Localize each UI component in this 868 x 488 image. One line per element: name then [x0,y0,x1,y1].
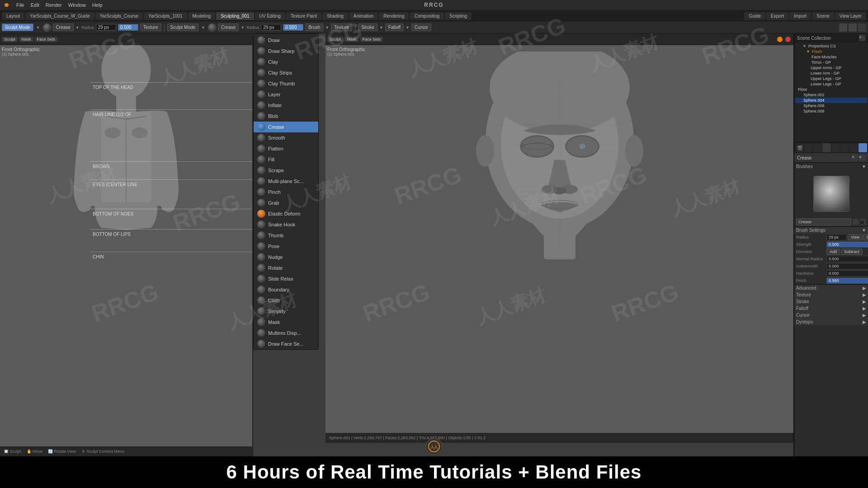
viewport-mode[interactable] [858,23,866,32]
props-render[interactable]: 🎬 [795,143,804,152]
tab-scripting[interactable]: Scripting [445,12,472,20]
tab-sculpting[interactable]: Sculpting_001 [216,12,254,20]
status-rotate[interactable]: 🔄 Rotate View [48,449,76,454]
menu-render[interactable]: Render [43,1,65,9]
brush-item-nudge[interactable]: Nudge [254,252,318,263]
brush-item-flatten[interactable]: Flatten [254,143,318,154]
falloff-btn[interactable]: Falloff [385,23,404,31]
brush-item-pinch[interactable]: Pinch [254,187,318,197]
status-move[interactable]: ✋ Move [27,449,43,454]
tab-view-layer[interactable]: View Layer [835,12,866,20]
texture-btn-right[interactable]: Texture [331,23,352,31]
brush-item-mask[interactable]: Mask [254,317,318,328]
brush-x-btn[interactable]: × [860,219,867,225]
radius-input-right[interactable] [261,24,281,31]
brush-item-draw-face-sets[interactable]: Draw Face Se... [254,338,318,349]
cursor-section[interactable]: Cursor ▶ [794,312,868,319]
direction-subtract-btn[interactable]: Subtract [841,249,863,255]
tab-animation[interactable]: Animation [349,12,378,20]
tab-yarsculpts-1001[interactable]: YarSculpts_1001 [144,12,187,20]
advanced-section[interactable]: Advanced ▶ [794,284,868,291]
brush-item-cloth[interactable]: Cloth [254,295,318,306]
strength-input-left[interactable] [118,24,138,31]
cursor-btn[interactable]: Cursor [411,23,431,31]
tree-sphere008-2[interactable]: Sphere.008 [795,108,867,114]
strength-value-input[interactable] [826,241,868,248]
texture-section[interactable]: Texture ▶ [794,291,868,298]
radius-input-left[interactable] [96,24,116,31]
tree-upper-arms[interactable]: Upper Arms - GP [795,65,867,70]
props-scene[interactable] [822,143,831,152]
pinch-input[interactable] [826,277,868,284]
dyntopo-section[interactable]: Dyntopo ▶ [794,319,868,325]
props-output[interactable] [804,143,813,152]
tree-flash[interactable]: ▼ Flash [795,49,867,54]
scene-add-btn[interactable]: + [859,35,865,41]
brush-item-multires[interactable]: Multires Disp... [254,328,318,338]
tab-texture-paint[interactable]: Texture Paint [286,12,321,20]
brush-item-grab[interactable]: Grab [254,197,318,208]
brush-btn-right[interactable]: Brush [305,23,323,31]
brush-dropdown-menu[interactable]: Draw Draw Sharp Clay Clay Strips Clay Th… [253,33,319,350]
sculpt-mode-right[interactable]: Sculpt Mode [167,23,199,31]
tree-sphere008-1[interactable]: Sphere.008 [795,103,867,108]
tree-upper-legs[interactable]: Upper Legs - GP [795,76,867,81]
brush-delete-btn[interactable]: × [859,155,865,161]
brush-settings-header[interactable]: Brush Settings ▼ [794,226,868,234]
brush-item-pose[interactable]: Pose [254,241,318,252]
radius-view-btn[interactable]: View [848,234,863,240]
menu-window[interactable]: Window [66,1,89,9]
tree-floor[interactable]: Floor [795,87,867,92]
brush-item-boundary[interactable]: Boundary [254,284,318,295]
menu-help[interactable]: Help [90,1,105,9]
brush-shield-btn[interactable] [853,219,859,225]
tab-yarsculpts-guide[interactable]: YarSculpts_Course_W_Guide [25,12,94,20]
brush-item-clay[interactable]: Clay [254,56,318,67]
normal-radius-input[interactable] [826,256,868,262]
strength-input-right[interactable] [283,24,303,31]
right-mask-btn[interactable]: Mask [344,37,359,42]
brush-item-slide-relax[interactable]: Slide Relax [254,273,318,284]
texture-btn-left[interactable]: Texture [140,23,161,31]
brush-item-snake-hook[interactable]: Snake Hook [254,219,318,230]
brush-item-scrape[interactable]: Scrape [254,165,318,176]
brush-item-layer[interactable]: Layer [254,89,318,100]
brush-item-elastic[interactable]: Elastic Deform [254,208,318,219]
props-view-layer[interactable] [813,143,822,152]
brush-item-blob[interactable]: Blob [254,111,318,122]
tab-yarsculpts-course[interactable]: YarSculpts_Course [95,12,143,20]
right-facesets-btn[interactable]: Face Sets [360,37,383,42]
props-world[interactable] [831,143,840,152]
props-object[interactable] [840,143,849,152]
tab-uv-editing[interactable]: UV Editing [255,12,285,20]
brush-item-clay-strips[interactable]: Clay Strips [254,67,318,78]
autosmooth-input[interactable] [826,263,868,269]
vp-facesets-btn[interactable]: Face Sets [35,37,58,42]
radius-value-input[interactable] [826,234,847,240]
tab-rendering[interactable]: Rendering [379,12,409,20]
brush-item-box-mask[interactable]: Box Mask [254,349,318,350]
tab-import[interactable]: Import [789,12,811,20]
vp-mask-btn[interactable]: Mask [19,37,33,42]
mode-select[interactable]: Sculpt Mode [2,23,33,31]
vp-sculpt-btn[interactable]: Sculpt [2,37,18,42]
tree-proportions-cs[interactable]: ▼ Proportions CS [795,43,867,49]
tab-modeling[interactable]: Modeling [188,12,216,20]
tab-compositing[interactable]: Compositing [410,12,444,20]
status-sculpt[interactable]: 🔲 Sculpt [4,449,21,454]
brushes-section-header[interactable]: Brushes ▼ [794,162,868,170]
stroke-btn[interactable]: Stroke [358,23,377,31]
brush-item-clay-thumb[interactable]: Clay Thumb [254,78,318,89]
brush-item-smooth[interactable]: Smooth [254,132,318,143]
left-viewport[interactable]: Sculpt Mask Face Sets Front Orthographic… [0,33,253,456]
brush-name-left[interactable]: Crease [53,23,74,31]
brush-add-btn[interactable]: + [852,155,858,161]
brush-item-draw[interactable]: Draw [254,35,318,46]
viewport-shading[interactable] [849,23,857,32]
brush-item-rotate[interactable]: Rotate [254,263,318,273]
radius-scene-btn[interactable]: Scene [863,234,868,240]
tree-torso[interactable]: Torso - GP [795,60,867,65]
head-viewport[interactable]: Sculpt Mask Face Sets Front Orthographic… [326,33,793,443]
tab-scene[interactable]: Scene [812,12,834,20]
brush-name-right[interactable]: Crease [218,23,239,31]
